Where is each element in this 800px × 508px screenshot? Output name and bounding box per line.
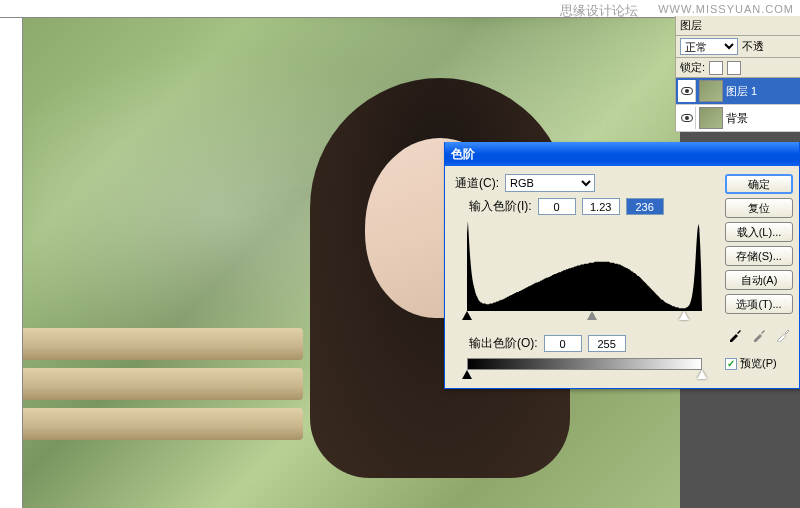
input-black-field[interactable] — [538, 198, 576, 215]
layer-row[interactable]: 图层 1 — [676, 78, 800, 105]
black-eyedropper-icon[interactable] — [726, 326, 744, 344]
output-white-handle[interactable] — [697, 370, 707, 379]
layer-thumbnail[interactable] — [699, 107, 723, 129]
layers-panel: 图层 正常 不透 锁定: 图层 1 背景 — [675, 16, 800, 132]
input-white-field[interactable] — [626, 198, 664, 215]
layer-thumbnail[interactable] — [699, 80, 723, 102]
auto-button[interactable]: 自动(A) — [725, 270, 793, 290]
output-black-field[interactable] — [544, 335, 582, 352]
output-levels-label: 输出色阶(O): — [469, 335, 538, 352]
levels-dialog: 色阶 通道(C): RGB 输入色阶(I): — [444, 142, 800, 389]
layer-name: 背景 — [726, 111, 748, 126]
output-white-field[interactable] — [588, 335, 626, 352]
eye-icon — [681, 87, 693, 95]
preview-checkbox[interactable]: ✓ — [725, 358, 737, 370]
lock-label: 锁定: — [680, 60, 705, 75]
gray-eyedropper-icon[interactable] — [750, 326, 768, 344]
midtone-handle[interactable] — [587, 311, 597, 320]
channel-select[interactable]: RGB — [505, 174, 595, 192]
input-slider[interactable] — [467, 311, 702, 321]
dialog-title: 色阶 — [451, 146, 475, 163]
preview-label: 预览(P) — [740, 356, 777, 371]
options-button[interactable]: 选项(T)... — [725, 294, 793, 314]
eye-icon — [681, 114, 693, 122]
white-point-handle[interactable] — [679, 311, 689, 320]
white-eyedropper-icon[interactable] — [774, 326, 792, 344]
blend-mode-select[interactable]: 正常 — [680, 38, 738, 55]
output-black-handle[interactable] — [462, 370, 472, 379]
input-gamma-field[interactable] — [582, 198, 620, 215]
reset-button[interactable]: 复位 — [725, 198, 793, 218]
lock-paint-icon[interactable] — [727, 61, 741, 75]
layer-visibility-toggle[interactable] — [678, 80, 696, 102]
layers-tabs[interactable]: 图层 — [680, 18, 702, 33]
output-gradient — [467, 358, 702, 370]
ruler-left — [0, 18, 23, 508]
layer-row[interactable]: 背景 — [676, 105, 800, 132]
output-slider[interactable] — [467, 370, 702, 380]
black-point-handle[interactable] — [462, 311, 472, 320]
input-levels-label: 输入色阶(I): — [469, 198, 532, 215]
lock-transparent-icon[interactable] — [709, 61, 723, 75]
layer-visibility-toggle[interactable] — [678, 107, 696, 129]
tab-layers[interactable]: 图层 — [680, 18, 702, 33]
load-button[interactable]: 载入(L)... — [725, 222, 793, 242]
ok-button[interactable]: 确定 — [725, 174, 793, 194]
layer-name: 图层 1 — [726, 84, 757, 99]
dialog-titlebar[interactable]: 色阶 — [445, 142, 799, 166]
save-button[interactable]: 存储(S)... — [725, 246, 793, 266]
opacity-label: 不透 — [742, 39, 764, 54]
watermark-text: 思缘设计论坛 — [560, 2, 638, 20]
watermark-url: WWW.MISSYUAN.COM — [658, 3, 794, 15]
channel-label: 通道(C): — [455, 175, 499, 192]
histogram-chart — [467, 221, 702, 311]
